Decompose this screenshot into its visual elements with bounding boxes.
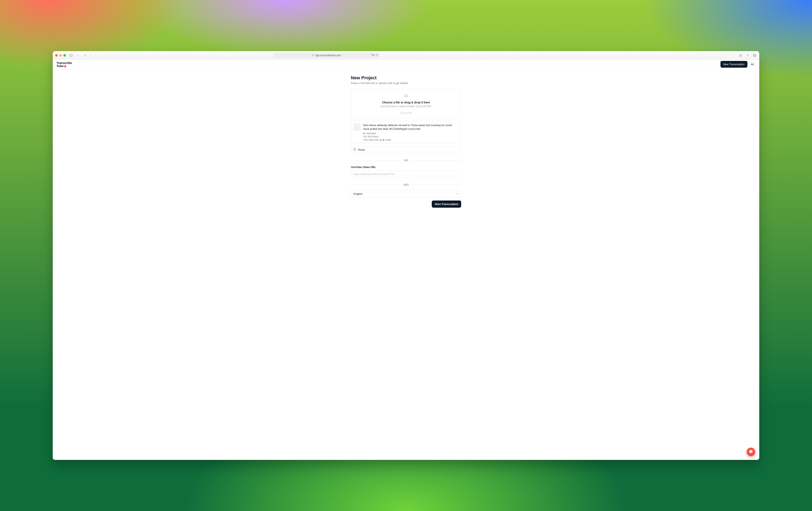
- svg-rect-9: [753, 54, 755, 56]
- file-dropzone[interactable]: Choose a file or drag & drop it here mp4…: [351, 89, 461, 118]
- close-window-button[interactable]: [55, 54, 58, 57]
- new-project-panel: New Project Paste a YouTube link or uplo…: [351, 75, 461, 460]
- address-text: app.transcribetube.com: [315, 54, 341, 57]
- tabs-overview-button[interactable]: [752, 53, 757, 58]
- youtube-url-label: YouTube Video URL: [351, 166, 461, 169]
- credit-prefix: This video will use: [363, 139, 383, 141]
- divider-or-label: OR: [404, 159, 408, 162]
- share-button[interactable]: [738, 53, 743, 58]
- new-transcription-button[interactable]: New Transcription: [721, 61, 748, 68]
- file-thumbnail: [353, 123, 361, 131]
- svg-rect-8: [754, 55, 756, 56]
- minimize-window-button[interactable]: [59, 54, 62, 57]
- reset-button[interactable]: Reset: [351, 146, 461, 153]
- lock-icon: [312, 54, 314, 57]
- translate-icon[interactable]: [372, 54, 374, 57]
- browser-titlebar: app.transcribetube.com: [53, 51, 759, 60]
- brand-accent-icon: ◈: [64, 64, 66, 68]
- language-selected: English: [353, 192, 362, 195]
- select-file-button[interactable]: Select file: [353, 111, 459, 114]
- chevron-down-icon: [456, 192, 459, 196]
- content-area: New Project Paste a YouTube link or uplo…: [53, 69, 759, 460]
- uploaded-file-card: Elon Musk defiantly defends himself in T…: [351, 121, 461, 143]
- svg-rect-2: [312, 55, 314, 56]
- page-subtitle: Paste a YouTube link or upload a file to…: [351, 82, 461, 85]
- browser-window: app.transcribetube.com Tr: [53, 51, 759, 460]
- divider-and: AND: [351, 183, 461, 186]
- file-size: 831.633 Bytes: [363, 135, 458, 138]
- avatar[interactable]: SC: [750, 61, 756, 67]
- cloud-upload-icon: [353, 94, 459, 99]
- back-button[interactable]: [83, 53, 87, 58]
- language-select[interactable]: English: [351, 190, 461, 198]
- forward-button[interactable]: [88, 53, 93, 58]
- status-dot-icon: [363, 133, 365, 134]
- undo-icon: [353, 148, 356, 151]
- start-transcription-button[interactable]: Start Transcription: [432, 200, 461, 208]
- file-status: Uploaded: [366, 132, 376, 135]
- divider-and-label: AND: [403, 183, 409, 186]
- page-title: New Project: [351, 75, 461, 81]
- credit-suffix: credit: [384, 139, 391, 141]
- brand-line2: Tube: [56, 64, 63, 68]
- chat-icon: [749, 450, 753, 454]
- file-name: Elon Musk defiantly defends himself in T…: [363, 123, 458, 131]
- youtube-url-input[interactable]: [351, 170, 461, 178]
- chat-fab[interactable]: [747, 448, 755, 456]
- svg-rect-0: [70, 54, 72, 56]
- app-header: Transcribe Tube◈ New Transcription SC: [53, 60, 759, 69]
- sidebar-toggle-button[interactable]: [69, 53, 74, 58]
- new-tab-button[interactable]: [745, 53, 750, 58]
- brand-logo[interactable]: Transcribe Tube◈: [56, 61, 72, 67]
- maximize-window-button[interactable]: [63, 54, 66, 57]
- reload-icon[interactable]: [376, 54, 378, 57]
- tab-group-dropdown[interactable]: [76, 53, 80, 58]
- reset-label: Reset: [358, 148, 365, 151]
- divider-or: OR: [351, 159, 461, 162]
- address-bar[interactable]: app.transcribetube.com: [273, 53, 379, 58]
- dropzone-title: Choose a file or drag & drop it here: [353, 101, 459, 104]
- credit-usage: This video will use 1 credit: [363, 139, 458, 141]
- window-controls: [55, 54, 66, 57]
- dropzone-subtitle: mp4,mp3,wav or webm formats. Up to 100 M…: [353, 105, 459, 108]
